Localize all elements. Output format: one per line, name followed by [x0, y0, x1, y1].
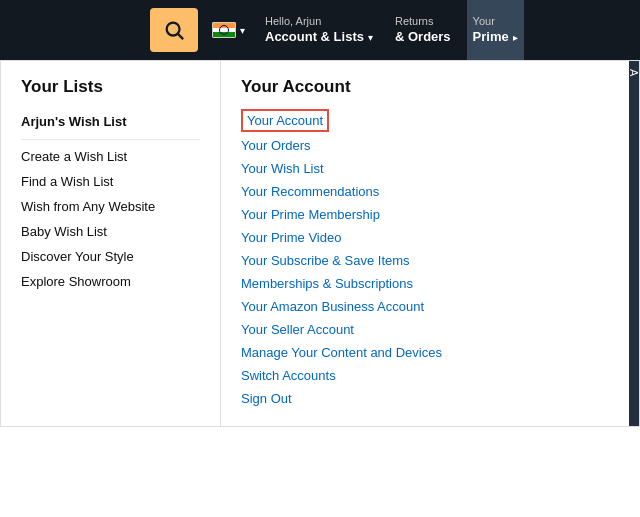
header: ▾ Hello, Arjun Account & Lists ▾ Returns… — [0, 0, 640, 60]
india-flag — [212, 22, 236, 38]
account-and-lists-nav[interactable]: Hello, Arjun Account & Lists ▾ — [259, 10, 379, 49]
explore-showroom-link[interactable]: Explore Showroom — [21, 269, 200, 294]
sign-out-link[interactable]: Sign Out — [241, 387, 619, 410]
your-lists-title: Your Lists — [21, 77, 200, 97]
your-recommendations-link[interactable]: Your Recommendations — [241, 180, 619, 203]
seller-account-link[interactable]: Your Seller Account — [241, 318, 619, 341]
account-lists-label: Account & Lists ▾ — [265, 29, 373, 46]
manage-content-devices-link[interactable]: Manage Your Content and Devices — [241, 341, 619, 364]
returns-top-text: Returns — [395, 14, 451, 28]
memberships-subscriptions-link[interactable]: Memberships & Subscriptions — [241, 272, 619, 295]
your-wish-list-link[interactable]: Your Wish List — [241, 157, 619, 180]
returns-bottom-label: & Orders — [395, 29, 451, 46]
svg-point-0 — [167, 23, 180, 36]
amazon-business-account-link[interactable]: Your Amazon Business Account — [241, 295, 619, 318]
your-prime-membership-link[interactable]: Your Prime Membership — [241, 203, 619, 226]
baby-wish-list-link[interactable]: Baby Wish List — [21, 219, 200, 244]
blue-tab-letter: A — [628, 69, 640, 76]
your-prime-nav[interactable]: Your Prime ▸ — [467, 0, 524, 60]
svg-line-1 — [178, 34, 183, 39]
your-account-link[interactable]: Your Account — [241, 109, 329, 132]
create-wish-list-link[interactable]: Create a Wish List — [21, 144, 200, 169]
your-account-title: Your Account — [241, 77, 619, 97]
returns-and-orders-nav[interactable]: Returns & Orders — [389, 10, 457, 49]
your-prime-top-text: Your — [473, 14, 518, 28]
greeting-text: Hello, Arjun — [265, 14, 373, 28]
prime-chevron-icon: ▸ — [513, 31, 518, 44]
country-chevron-icon: ▾ — [240, 25, 245, 36]
find-wish-list-link[interactable]: Find a Wish List — [21, 169, 200, 194]
your-subscribe-save-link[interactable]: Your Subscribe & Save Items — [241, 249, 619, 272]
account-lists-chevron-icon: ▾ — [368, 31, 373, 44]
your-prime-bottom-label: Prime ▸ — [473, 29, 518, 46]
your-orders-link[interactable]: Your Orders — [241, 134, 619, 157]
search-button[interactable] — [150, 8, 198, 52]
switch-accounts-link[interactable]: Switch Accounts — [241, 364, 619, 387]
blue-side-tab: A — [629, 61, 639, 426]
your-prime-video-link[interactable]: Your Prime Video — [241, 226, 619, 249]
arjuns-wish-list-link[interactable]: Arjun's Wish List — [21, 109, 200, 140]
wish-from-any-website-link[interactable]: Wish from Any Website — [21, 194, 200, 219]
account-dropdown: Your Lists Arjun's Wish List Create a Wi… — [0, 60, 640, 427]
country-selector[interactable]: ▾ — [208, 18, 249, 42]
your-lists-panel: Your Lists Arjun's Wish List Create a Wi… — [1, 61, 221, 426]
discover-your-style-link[interactable]: Discover Your Style — [21, 244, 200, 269]
search-icon — [163, 19, 185, 41]
your-account-panel: Your Account Your Account Your Orders Yo… — [221, 61, 639, 426]
